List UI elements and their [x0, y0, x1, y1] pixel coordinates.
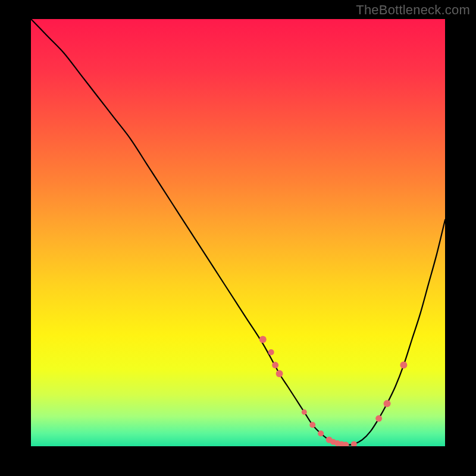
highlight-dot	[384, 400, 391, 407]
highlight-dot	[351, 441, 357, 446]
plot-area	[31, 19, 445, 446]
highlight-dot	[302, 409, 307, 415]
highlight-dot	[268, 349, 274, 355]
highlight-dot	[272, 362, 278, 368]
watermark-text: TheBottleneck.com	[356, 2, 470, 18]
highlight-dot	[259, 336, 267, 343]
highlight-dot	[375, 415, 382, 422]
highlight-dot	[309, 422, 315, 428]
highlight-dot	[276, 370, 283, 377]
highlight-dot	[318, 430, 324, 436]
highlighted-points	[31, 19, 445, 446]
chart-frame: TheBottleneck.com	[0, 0, 476, 476]
highlight-dot	[400, 362, 407, 369]
